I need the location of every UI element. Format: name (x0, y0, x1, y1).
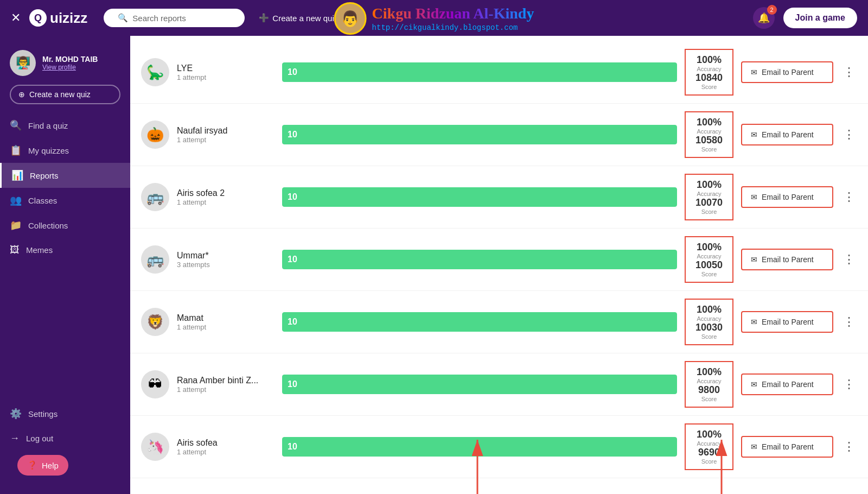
sidebar-create-quiz-button[interactable]: ⊕ Create a new quiz (10, 85, 120, 104)
sidebar-item-classes[interactable]: 👥 Classes (0, 188, 130, 213)
sidebar-item-settings[interactable]: ⚙️ Settings (0, 401, 130, 426)
score-value: 10070 (695, 197, 723, 208)
more-options-button[interactable]: ⋮ (841, 377, 857, 391)
table-row: 🚌 Airis sofea 2 1 attempt 10 100% Accura… (130, 166, 868, 229)
sidebar-item-find-quiz[interactable]: 🔍 Find a quiz (0, 113, 130, 138)
email-icon: ✉ (751, 193, 757, 201)
email-label: Email to Parent (762, 130, 814, 139)
search-bar[interactable]: 🔍 Search reports (104, 9, 245, 27)
join-game-button[interactable]: Join a game (783, 8, 857, 28)
student-info: Airis sofea 2 1 attempt (177, 188, 275, 206)
sidebar-item-my-quizzes[interactable]: 📋 My quizzes (0, 138, 130, 163)
more-options-button[interactable]: ⋮ (841, 315, 857, 329)
email-label: Email to Parent (762, 193, 814, 201)
create-new-quiz-button[interactable]: ➕ Create a new quiz (256, 13, 338, 23)
email-icon: ✉ (751, 380, 757, 389)
help-button[interactable]: ❓ Help (17, 455, 68, 476)
main-content: 🦕 LYE 1 attempt 10 100% Accuracy 10840 S… (130, 36, 868, 494)
banner-name: Cikgu Ridzuan Al-Kindy (372, 5, 534, 22)
student-avatar: 🦄 (141, 433, 169, 461)
sidebar-item-collections[interactable]: 📁 Collections (0, 213, 130, 238)
sidebar-item-memes[interactable]: 🖼 Memes (0, 238, 130, 262)
accuracy-value: 100% (697, 242, 722, 253)
accuracy-label: Accuracy (697, 378, 721, 384)
progress-bar: 10 (282, 125, 677, 144)
sidebar-label-settings: Settings (28, 409, 58, 419)
settings-nav-icon: ⚙️ (10, 408, 22, 420)
score-value: 10840 (695, 72, 723, 84)
more-options-button[interactable]: ⋮ (841, 252, 857, 267)
sidebar-label-classes: Classes (28, 196, 57, 205)
accuracy-label: Accuracy (697, 66, 721, 72)
more-options-button[interactable]: ⋮ (841, 440, 857, 454)
arrow-2-svg (667, 429, 830, 494)
sidebar: 👨‍🏫 Mr. MOHD TAIB View profile ⊕ Create … (0, 36, 130, 494)
user-name: Mr. MOHD TAIB (42, 55, 98, 64)
student-attempts: 3 attempts (177, 261, 275, 269)
accuracy-label: Accuracy (697, 253, 721, 259)
email-to-parent-button[interactable]: ✉ Email to Parent (741, 249, 833, 270)
score-value: 10050 (695, 259, 723, 271)
view-profile-link[interactable]: View profile (42, 64, 98, 71)
email-icon: ✉ (751, 130, 757, 139)
progress-score-label: 10 (288, 442, 297, 452)
email-to-parent-button[interactable]: ✉ Email to Parent (741, 124, 833, 145)
score-label: Score (701, 84, 717, 90)
accuracy-label: Accuracy (697, 191, 721, 197)
notification-badge: 2 (767, 5, 777, 15)
student-avatar: 🚌 (141, 183, 169, 211)
layout: 👨‍🏫 Mr. MOHD TAIB View profile ⊕ Create … (0, 36, 868, 494)
progress-bar-fill: 10 (282, 250, 677, 269)
email-label: Email to Parent (762, 68, 814, 77)
score-label: Score (701, 333, 717, 340)
accuracy-value: 100% (697, 304, 722, 315)
banner-avatar: 👨 (334, 2, 367, 35)
accuracy-stats-box: 100% Accuracy 10580 Score (685, 111, 733, 158)
student-avatar: 🎃 (141, 121, 169, 149)
email-to-parent-button[interactable]: ✉ Email to Parent (741, 61, 833, 83)
notification-wrapper: 🔔 2 (753, 7, 775, 29)
close-icon[interactable]: ✕ (11, 11, 21, 25)
score-value: 10030 (695, 322, 723, 333)
reports-nav-icon: 📊 (11, 169, 23, 181)
accuracy-value: 100% (697, 54, 722, 66)
email-to-parent-button[interactable]: ✉ Email to Parent (741, 186, 833, 208)
email-to-parent-button[interactable]: ✉ Email to Parent (741, 311, 833, 333)
progress-bar: 10 (282, 375, 677, 394)
sidebar-item-logout[interactable]: → Log out (0, 426, 130, 451)
progress-bar-fill: 10 (282, 375, 677, 394)
sidebar-item-reports[interactable]: 📊 Reports (0, 163, 130, 188)
header-right: 🔔 2 Join a game (753, 7, 857, 29)
table-row: 🎃 Naufal irsyad 1 attempt 10 100% Accura… (130, 104, 868, 166)
accuracy-stats-box: 100% Accuracy 10840 Score (685, 49, 733, 96)
student-avatar: 🦁 (141, 308, 169, 336)
more-options-button[interactable]: ⋮ (841, 128, 857, 142)
progress-bar: 10 (282, 187, 677, 207)
email-label: Email to Parent (762, 318, 814, 326)
progress-score-label: 10 (288, 67, 297, 77)
student-attempts: 1 attempt (177, 448, 275, 456)
student-name: Rana Amber binti Z... (177, 376, 275, 385)
memes-nav-icon: 🖼 (10, 244, 20, 256)
student-attempts: 1 attempt (177, 198, 275, 206)
table-row: 🦕 LYE 1 attempt 10 100% Accuracy 10840 S… (130, 41, 868, 104)
user-section: 👨‍🏫 Mr. MOHD TAIB View profile (0, 45, 130, 85)
progress-score-label: 10 (288, 317, 297, 327)
quizzes-nav-icon: 📋 (10, 144, 22, 156)
score-label: Score (701, 208, 717, 215)
email-to-parent-button[interactable]: ✉ Email to Parent (741, 373, 833, 395)
banner-url: http://cikgualkindy.blogspot.com (372, 23, 534, 32)
progress-bar: 10 (282, 250, 677, 269)
help-wrapper: ❓ Help (0, 455, 130, 476)
student-attempts: 1 attempt (177, 323, 275, 331)
help-icon: ❓ (27, 460, 37, 470)
student-name: Naufal irsyad (177, 126, 275, 136)
more-options-button[interactable]: ⋮ (841, 190, 857, 204)
score-label: Score (701, 146, 717, 153)
more-options-button[interactable]: ⋮ (841, 65, 857, 79)
avatar: 👨‍🏫 (10, 50, 36, 76)
user-info: Mr. MOHD TAIB View profile (42, 55, 98, 71)
student-name: LYE (177, 64, 275, 73)
accuracy-value: 100% (697, 179, 722, 191)
logo: Q uizizz (29, 9, 87, 27)
